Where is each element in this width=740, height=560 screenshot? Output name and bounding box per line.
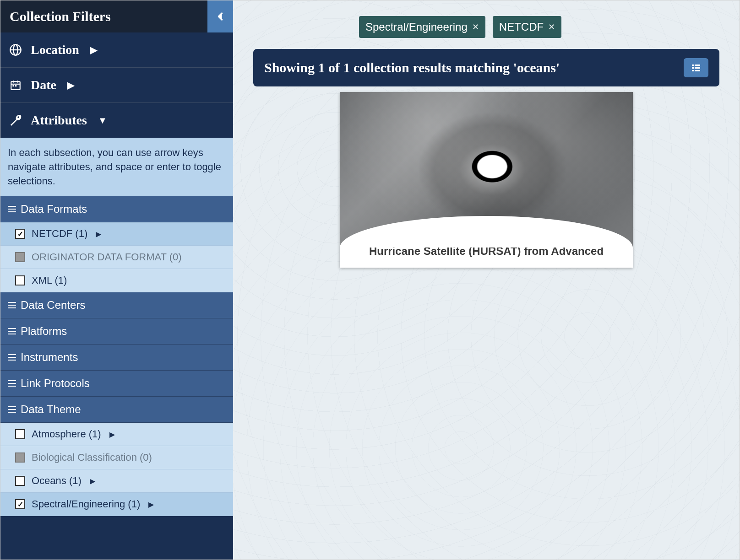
svg-rect-13 [692, 70, 694, 71]
filter-label: NETCDF (1) [32, 228, 87, 240]
result-thumbnail [340, 92, 633, 248]
close-icon[interactable]: ✕ [472, 22, 479, 32]
app-root: Collection Filters Location ▶ Date ▶ Att… [0, 0, 740, 560]
close-icon[interactable]: ✕ [548, 22, 555, 32]
arrow-left-icon [214, 10, 227, 23]
results-count-text: Showing 1 of 1 collection results matchi… [264, 60, 560, 75]
section-platforms[interactable]: Platforms [0, 318, 233, 345]
chip-spectral-engineering[interactable]: Spectral/Engineering ✕ [359, 16, 485, 38]
filter-label: Biological Classification (0) [32, 452, 152, 463]
chevron-right-icon: ▶ [90, 44, 97, 55]
svg-rect-9 [692, 65, 694, 66]
checkbox-disabled-icon [15, 252, 25, 262]
result-card[interactable]: Hurricane Satellite (HURSAT) from Advanc… [340, 92, 633, 268]
svg-rect-11 [692, 67, 694, 69]
result-title: Hurricane Satellite (HURSAT) from Advanc… [340, 245, 633, 268]
chip-label: NETCDF [499, 21, 544, 33]
list-icon [8, 206, 16, 212]
section-label: Data Theme [21, 403, 81, 416]
filter-label: ORIGINATOR DATA FORMAT (0) [32, 251, 182, 263]
section-data-theme[interactable]: Data Theme [0, 397, 233, 423]
nav-date-label: Date [31, 78, 56, 92]
attributes-help-text: In each subsection, you can use arrow ke… [0, 138, 233, 196]
filter-originator[interactable]: ORIGINATOR DATA FORMAT (0) [0, 246, 233, 269]
nav-attributes-label: Attributes [31, 113, 87, 128]
data-theme-list: Atmosphere (1) ▶ Biological Classificati… [0, 423, 233, 516]
filter-bio-class[interactable]: Biological Classification (0) [0, 446, 233, 469]
chip-netcdf[interactable]: NETCDF ✕ [493, 16, 561, 38]
filter-label: Oceans (1) [32, 475, 82, 487]
list-icon [8, 380, 16, 387]
nav-attributes[interactable]: Attributes ▼ [0, 103, 233, 138]
svg-rect-14 [695, 70, 700, 71]
nav-date[interactable]: Date ▶ [0, 68, 233, 103]
list-icon [8, 302, 16, 308]
checkbox-checked-icon[interactable] [15, 229, 25, 239]
chip-label: Spectral/Engineering [365, 21, 468, 33]
section-label: Data Formats [21, 203, 87, 215]
section-instruments[interactable]: Instruments [0, 345, 233, 371]
section-data-formats[interactable]: Data Formats [0, 196, 233, 222]
filter-netcdf[interactable]: NETCDF (1) ▶ [0, 222, 233, 246]
results-grid: Hurricane Satellite (HURSAT) from Advanc… [247, 92, 726, 268]
filter-label: Spectral/Engineering (1) [32, 498, 140, 510]
section-label: Platforms [21, 325, 67, 338]
filter-oceans[interactable]: Oceans (1) ▶ [0, 469, 233, 493]
filter-label: XML (1) [32, 275, 67, 286]
section-label: Link Protocols [21, 377, 90, 390]
chevron-right-icon: ▶ [67, 80, 74, 91]
section-label: Instruments [21, 351, 78, 364]
checkbox-icon[interactable] [15, 476, 25, 486]
list-view-toggle-button[interactable] [684, 58, 708, 77]
list-icon [8, 406, 16, 413]
filter-atmosphere[interactable]: Atmosphere (1) ▶ [0, 423, 233, 446]
expand-icon[interactable]: ▶ [109, 430, 115, 439]
filter-label: Atmosphere (1) [32, 428, 101, 440]
section-data-centers[interactable]: Data Centers [0, 292, 233, 318]
calendar-icon [9, 78, 22, 92]
chevron-down-icon: ▼ [98, 115, 107, 126]
data-formats-list: NETCDF (1) ▶ ORIGINATOR DATA FORMAT (0) … [0, 222, 233, 292]
sidebar: Collection Filters Location ▶ Date ▶ Att… [0, 0, 233, 560]
nav-location-label: Location [31, 43, 79, 57]
wrench-icon [9, 113, 22, 127]
nav-location[interactable]: Location ▶ [0, 32, 233, 68]
collapse-sidebar-button[interactable] [207, 0, 233, 32]
main-content: Spectral/Engineering ✕ NETCDF ✕ Showing … [233, 0, 740, 560]
list-view-icon [691, 62, 702, 73]
section-link-protocols[interactable]: Link Protocols [0, 371, 233, 397]
filter-spectral-eng[interactable]: Spectral/Engineering (1) ▶ [0, 493, 233, 516]
expand-icon[interactable]: ▶ [96, 230, 101, 238]
expand-icon[interactable]: ▶ [148, 500, 154, 509]
svg-rect-10 [695, 65, 700, 66]
expand-icon[interactable]: ▶ [90, 477, 95, 485]
sidebar-header: Collection Filters [0, 0, 233, 32]
checkbox-icon[interactable] [15, 275, 25, 285]
globe-icon [9, 43, 22, 57]
svg-rect-8 [15, 85, 16, 86]
svg-rect-7 [13, 85, 14, 86]
checkbox-icon[interactable] [15, 429, 25, 439]
list-icon [8, 354, 16, 361]
active-filter-chips: Spectral/Engineering ✕ NETCDF ✕ [247, 16, 726, 38]
results-bar: Showing 1 of 1 collection results matchi… [253, 49, 719, 86]
checkbox-disabled-icon [15, 452, 25, 463]
filter-xml[interactable]: XML (1) [0, 269, 233, 292]
list-icon [8, 328, 16, 334]
checkbox-checked-icon[interactable] [15, 499, 25, 509]
svg-rect-12 [695, 67, 700, 69]
sidebar-title: Collection Filters [0, 0, 207, 32]
section-label: Data Centers [21, 299, 85, 312]
